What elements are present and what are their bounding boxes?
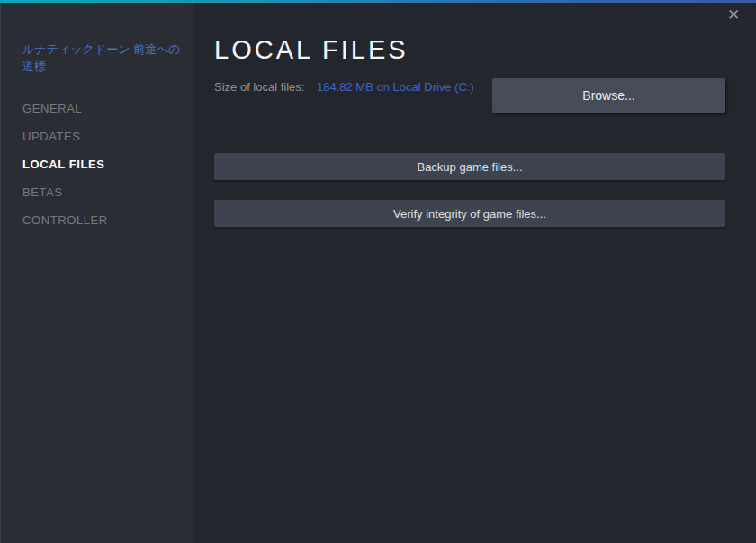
close-icon[interactable]: ✕ — [724, 5, 743, 25]
sidebar-item-general[interactable]: GENERAL — [1, 95, 194, 122]
size-of-local-files-label: Size of local files: — [214, 78, 309, 95]
page-title: LOCAL FILES — [214, 35, 409, 65]
browse-button[interactable]: Browse... — [492, 78, 725, 113]
backup-game-files-button[interactable]: Backup game files... — [214, 153, 725, 180]
game-properties-dialog: ✕ ルナティックドーン 前途への道標 GENERAL UPDATES LOCAL… — [0, 0, 756, 543]
sidebar-item-updates[interactable]: UPDATES — [1, 122, 194, 150]
sidebar-item-controller[interactable]: CONTROLLER — [1, 206, 194, 234]
sidebar-nav: GENERAL UPDATES LOCAL FILES BETAS CONTRO… — [1, 95, 194, 234]
local-files-panel: LOCAL FILES Size of local files: 184.82 … — [194, 3, 756, 543]
sidebar-item-local-files[interactable]: LOCAL FILES — [1, 150, 194, 178]
sidebar: ルナティックドーン 前途への道標 GENERAL UPDATES LOCAL F… — [0, 3, 194, 543]
game-title: ルナティックドーン 前途への道標 — [1, 3, 194, 75]
sidebar-item-betas[interactable]: BETAS — [1, 178, 194, 206]
size-of-local-files-value: 184.82 MB on Local Drive (C:) — [317, 78, 479, 95]
verify-integrity-button[interactable]: Verify integrity of game files... — [214, 200, 725, 227]
